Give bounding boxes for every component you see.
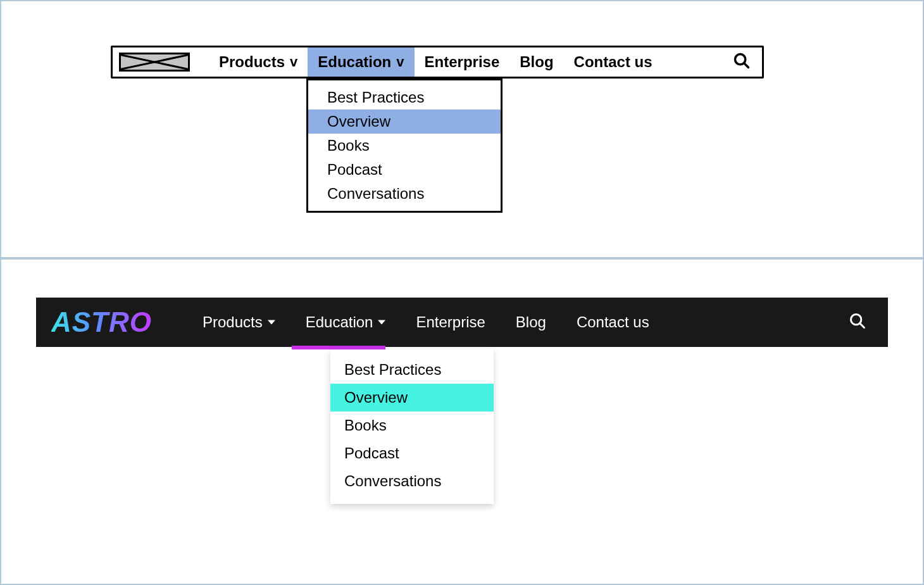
dropdown-item-label: Podcast [344, 444, 399, 462]
nav-label: Enterprise [425, 53, 500, 71]
dropdown-item-label: Best Practices [327, 89, 424, 106]
nav-label: Products [219, 53, 285, 71]
logo-placeholder[interactable] [119, 53, 190, 72]
nav-item-products[interactable]: Products [189, 298, 289, 347]
nav-item-blog[interactable]: Blog [502, 298, 560, 347]
highfidelity-panel: ASTRO Products Education Enterprise Blog [0, 258, 924, 585]
svg-marker-3 [378, 320, 385, 324]
dropdown-item-label: Best Practices [344, 361, 441, 378]
nav-label: Education [318, 53, 391, 71]
nav-item-products[interactable]: Products v [209, 47, 308, 77]
dropdown-item-podcast[interactable]: Podcast [308, 158, 501, 182]
dropdown-item-best-practices[interactable]: Best Practices [330, 356, 494, 384]
education-dropdown: Best Practices Overview Books Podcast Co… [306, 79, 503, 213]
nav-label: Contact us [574, 53, 652, 71]
dropdown-item-best-practices[interactable]: Best Practices [308, 85, 501, 110]
dropdown-item-podcast[interactable]: Podcast [330, 439, 494, 467]
astro-logo[interactable]: ASTRO [51, 306, 152, 338]
dropdown-item-label: Conversations [344, 472, 441, 489]
dropdown-item-conversations[interactable]: Conversations [330, 467, 494, 495]
wireframe-navbar: Products v Education v Enterprise Blog C… [111, 46, 764, 79]
education-dropdown: Best Practices Overview Books Podcast Co… [330, 349, 494, 504]
nav-item-enterprise[interactable]: Enterprise [402, 298, 499, 347]
nav-item-blog[interactable]: Blog [509, 47, 563, 77]
nav-item-education[interactable]: Education [292, 298, 400, 347]
highfidelity-navbar: ASTRO Products Education Enterprise Blog [36, 298, 888, 347]
wireframe-panel: Products v Education v Enterprise Blog C… [0, 0, 924, 258]
dropdown-item-conversations[interactable]: Conversations [308, 182, 501, 206]
nav-label: Products [203, 313, 263, 331]
dropdown-item-label: Conversations [327, 185, 424, 202]
nav-item-contact-us[interactable]: Contact us [564, 47, 663, 77]
dropdown-item-label: Podcast [327, 161, 382, 178]
dropdown-item-label: Books [344, 417, 387, 434]
dropdown-item-books[interactable]: Books [308, 134, 501, 158]
chevron-down-icon [268, 318, 275, 326]
nav-label: Education [306, 313, 373, 331]
highfidelity-nav-items: Products Education Enterprise Blog Conta… [189, 298, 663, 347]
wireframe-nav-items: Products v Education v Enterprise Blog C… [209, 47, 663, 77]
chevron-down-icon: v [396, 54, 404, 70]
dropdown-item-label: Overview [327, 113, 390, 130]
dropdown-item-books[interactable]: Books [330, 412, 494, 439]
search-icon[interactable] [849, 312, 866, 332]
nav-item-enterprise[interactable]: Enterprise [415, 47, 510, 77]
chevron-down-icon [378, 318, 385, 326]
svg-line-5 [860, 324, 865, 328]
nav-label: Contact us [577, 313, 649, 331]
nav-label: Blog [520, 53, 553, 71]
dropdown-item-label: Books [327, 137, 370, 154]
dropdown-item-overview[interactable]: Overview [308, 110, 501, 134]
search-icon[interactable] [733, 52, 751, 72]
nav-label: Blog [516, 313, 546, 331]
chevron-down-icon: v [290, 54, 297, 70]
svg-line-1 [744, 63, 749, 68]
dropdown-item-label: Overview [344, 389, 408, 406]
dropdown-item-overview[interactable]: Overview [330, 384, 494, 412]
nav-label: Enterprise [416, 313, 485, 331]
nav-item-education[interactable]: Education v [308, 47, 414, 77]
nav-item-contact-us[interactable]: Contact us [563, 298, 663, 347]
svg-marker-2 [268, 320, 275, 324]
